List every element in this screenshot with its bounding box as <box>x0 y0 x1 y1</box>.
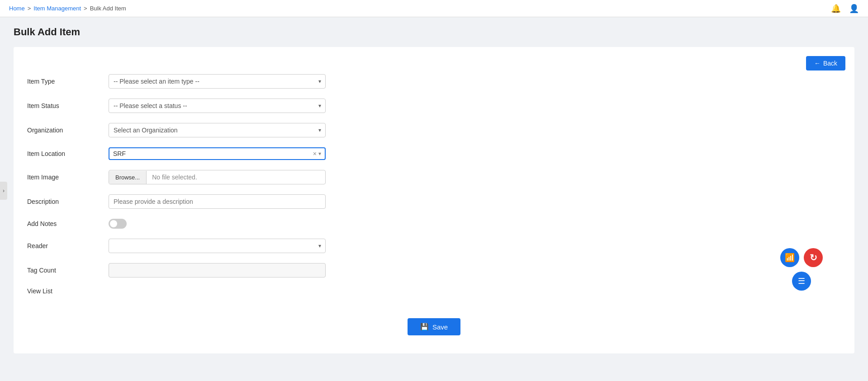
item-type-label: Item Type <box>27 78 109 85</box>
save-button-label: Save <box>432 323 448 331</box>
breadcrumb-sep2: > <box>84 5 87 12</box>
breadcrumb-sep1: > <box>28 5 31 12</box>
reader-label: Reader <box>27 242 109 249</box>
organization-control: Select an Organization ▾ <box>109 123 326 137</box>
description-row: Description <box>27 194 841 209</box>
fab-refresh-button[interactable]: ↻ <box>804 248 823 267</box>
view-list-label: View List <box>27 287 109 295</box>
item-location-row: Item Location × ▾ <box>27 147 841 160</box>
fab-row-top: 📶 ↻ <box>780 248 823 267</box>
breadcrumb-item-management[interactable]: Item Management <box>33 5 81 12</box>
add-notes-toggle[interactable] <box>109 219 127 229</box>
item-status-row: Item Status -- Please select a status --… <box>27 99 841 113</box>
item-type-row: Item Type -- Please select an item type … <box>27 74 841 89</box>
item-location-label: Item Location <box>27 150 109 157</box>
item-location-control: × ▾ <box>109 147 326 160</box>
organization-label: Organization <box>27 127 109 134</box>
item-location-select[interactable]: × ▾ <box>109 147 326 160</box>
item-type-select[interactable]: -- Please select an item type -- <box>109 74 326 89</box>
back-arrow-icon: ← <box>814 60 821 67</box>
fab-list-button[interactable]: ☰ <box>792 272 811 291</box>
list-icon: ☰ <box>798 276 805 286</box>
item-status-select[interactable]: -- Please select a status -- <box>109 99 326 113</box>
back-button-label: Back <box>823 60 837 67</box>
refresh-icon: ↻ <box>810 252 817 263</box>
fab-row-bottom: ☰ <box>792 272 811 291</box>
item-status-control: -- Please select a status -- ▾ <box>109 99 326 113</box>
toggle-slider <box>109 219 127 229</box>
description-input[interactable] <box>109 194 326 209</box>
page-title: Bulk Add Item <box>14 26 854 38</box>
description-control <box>109 194 326 209</box>
item-image-control: Browse... No file selected. <box>109 170 326 184</box>
tag-count-row: Tag Count <box>27 263 841 278</box>
organization-select[interactable]: Select an Organization <box>109 123 326 137</box>
item-image-label: Item Image <box>27 174 109 181</box>
reader-select[interactable] <box>109 239 326 253</box>
back-button[interactable]: ← Back <box>806 56 845 71</box>
add-notes-row: Add Notes <box>27 219 841 229</box>
form-section: Item Type -- Please select an item type … <box>27 74 841 295</box>
breadcrumb-home[interactable]: Home <box>9 5 25 12</box>
reader-select-wrapper: ▾ <box>109 239 326 253</box>
browse-button[interactable]: Browse... <box>109 171 147 184</box>
item-status-select-wrapper: -- Please select a status -- ▾ <box>109 99 326 113</box>
file-name-label: No file selected. <box>147 170 203 184</box>
organization-row: Organization Select an Organization ▾ <box>27 123 841 137</box>
reader-row: Reader ▾ <box>27 239 841 253</box>
tag-count-input[interactable] <box>109 263 326 278</box>
wifi-icon: 📶 <box>785 253 795 263</box>
main-card: ← Back Item Type -- Please select an ite… <box>14 47 854 353</box>
tag-count-label: Tag Count <box>27 267 109 274</box>
item-location-input[interactable] <box>113 150 313 157</box>
add-notes-control <box>109 219 326 229</box>
bell-icon[interactable]: 🔔 <box>831 4 841 14</box>
topbar: Home > Item Management > Bulk Add Item 🔔… <box>0 0 868 17</box>
view-list-row: View List <box>27 287 841 295</box>
item-image-row: Item Image Browse... No file selected. <box>27 170 841 184</box>
topbar-icons: 🔔 👤 <box>831 4 859 14</box>
breadcrumb: Home > Item Management > Bulk Add Item <box>9 5 126 12</box>
file-input-wrap: Browse... No file selected. <box>109 170 326 184</box>
page-wrapper: Bulk Add Item ← Back Item Type -- Please… <box>0 17 868 362</box>
user-icon[interactable]: 👤 <box>849 4 859 14</box>
sidebar-toggle[interactable]: › <box>0 182 7 200</box>
item-location-dropdown-icon[interactable]: ▾ <box>318 151 321 157</box>
item-type-select-wrapper: -- Please select an item type -- ▾ <box>109 74 326 89</box>
fab-container: 📶 ↻ ☰ <box>780 248 823 291</box>
item-location-clear-icon[interactable]: × <box>313 150 317 157</box>
breadcrumb-current: Bulk Add Item <box>90 5 126 12</box>
item-type-control: -- Please select an item type -- ▾ <box>109 74 326 89</box>
tag-count-control <box>109 263 326 278</box>
fab-wifi-button[interactable]: 📶 <box>780 248 799 267</box>
organization-select-wrapper: Select an Organization ▾ <box>109 123 326 137</box>
add-notes-toggle-wrap <box>109 219 326 229</box>
item-status-label: Item Status <box>27 102 109 109</box>
description-label: Description <box>27 198 109 205</box>
add-notes-label: Add Notes <box>27 220 109 227</box>
save-button[interactable]: 💾 Save <box>408 318 460 335</box>
save-icon: 💾 <box>420 323 429 331</box>
reader-control: ▾ <box>109 239 326 253</box>
